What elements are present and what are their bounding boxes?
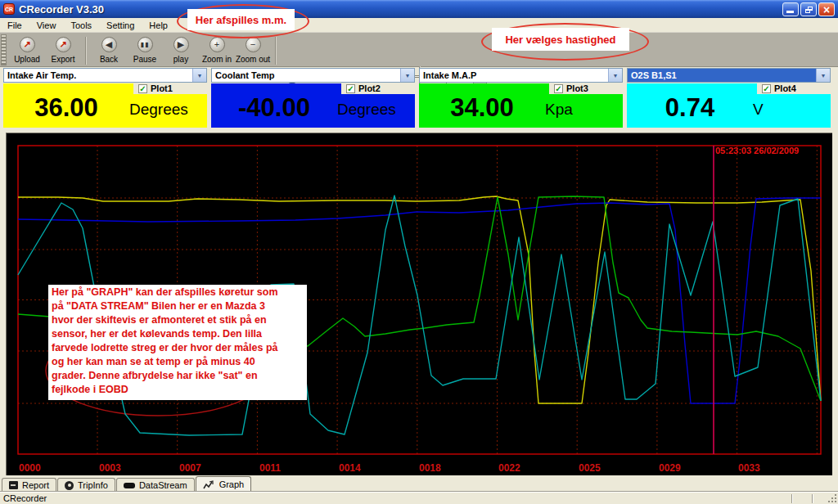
zoom-out-icon: − xyxy=(246,37,261,52)
app-window: CR CRecorder V3.30 × File View Tools Set… xyxy=(0,0,838,504)
plot-panel-2: Coolant Temp ▼ ✓ Plot2 -40.00 Degrees xyxy=(211,68,415,129)
close-button[interactable]: × xyxy=(818,2,835,16)
app-icon: CR xyxy=(3,3,15,15)
sensor-unit: Degrees xyxy=(337,92,415,119)
plot-panel-3: Intake M.A.P ▼ ✓ Plot3 34.00 Kpa xyxy=(419,68,623,129)
plot2-checkbox-chip: ✓ Plot2 xyxy=(341,83,415,94)
sensor-unit: V xyxy=(753,92,831,119)
back-button[interactable]: ◀ Back xyxy=(91,35,127,64)
report-icon xyxy=(9,481,18,489)
checkbox-label: Plot1 xyxy=(151,83,173,93)
tab-label: TripInfo xyxy=(78,480,108,490)
sensor-name: Coolant Temp xyxy=(212,69,400,82)
upload-icon: ↗ xyxy=(20,37,35,52)
tab-tripinfo[interactable]: TripInfo xyxy=(57,478,115,492)
toolbar-separator xyxy=(275,37,277,65)
graph-area: 0000000300070011001400180022002500290033… xyxy=(0,131,838,475)
chevron-down-icon[interactable]: ▼ xyxy=(400,69,414,82)
callout-playback-text: Her afspilles m.m. xyxy=(187,9,295,30)
sensor-value: 36.00 xyxy=(3,88,129,123)
checkbox-label: Plot3 xyxy=(566,83,588,93)
chevron-down-icon[interactable]: ▼ xyxy=(192,69,206,82)
sensor-value: -40.00 xyxy=(211,88,337,123)
chevron-down-icon[interactable]: ▼ xyxy=(816,69,830,82)
tab-graph[interactable]: Graph xyxy=(196,476,252,492)
play-icon: ▶ xyxy=(173,37,189,52)
plots-row: Intake Air Temp. ▼ ✓ Plot1 36.00 Degrees… xyxy=(0,68,838,129)
gear-icon xyxy=(65,481,74,490)
minimize-button[interactable] xyxy=(782,2,799,16)
restore-button[interactable] xyxy=(800,2,817,16)
zoom-in-icon: + xyxy=(210,37,225,52)
play-button[interactable]: ▶ play xyxy=(163,35,199,64)
sensor-select-3[interactable]: Intake M.A.P ▼ xyxy=(419,68,623,83)
tab-label: Graph xyxy=(219,479,245,489)
plot1-checkbox-chip: ✓ Plot1 xyxy=(133,83,207,94)
sensor-select-4[interactable]: O2S B1,S1 ▼ xyxy=(627,68,831,83)
checkbox-checked-icon[interactable]: ✓ xyxy=(346,84,355,93)
menu-file[interactable]: File xyxy=(0,19,29,32)
pause-button[interactable]: ▮▮ Pause xyxy=(127,35,163,64)
checkbox-label: Plot4 xyxy=(774,83,796,93)
upload-button[interactable]: ↗ Upload xyxy=(9,35,45,64)
plot3-checkbox-chip: ✓ Plot3 xyxy=(549,83,623,94)
back-icon: ◀ xyxy=(101,37,117,52)
plot4-checkbox-chip: ✓ Plot4 xyxy=(757,83,831,94)
tab-report[interactable]: Report xyxy=(2,478,56,492)
title-bar: CR CRecorder V3.30 × xyxy=(0,0,838,18)
sensor-unit: Degrees xyxy=(129,92,207,119)
sensor-name: O2S B1,S1 xyxy=(628,69,816,82)
tab-label: Report xyxy=(22,480,49,490)
checkbox-checked-icon[interactable]: ✓ xyxy=(138,84,147,93)
view-tabs: Report TripInfo DataStream Graph xyxy=(0,475,838,492)
status-separator xyxy=(812,494,813,503)
zoom-out-button[interactable]: − Zoom out xyxy=(235,35,271,64)
status-text: CRecorder xyxy=(3,493,47,503)
chevron-down-icon[interactable]: ▼ xyxy=(608,69,622,82)
window-title: CRecorder V3.30 xyxy=(19,3,104,16)
sensor-value: 0.74 xyxy=(627,88,753,123)
sensor-select-2[interactable]: Coolant Temp ▼ xyxy=(211,68,415,83)
toolbar-grip[interactable] xyxy=(1,34,7,65)
checkbox-checked-icon[interactable]: ✓ xyxy=(554,84,563,93)
value-panel: ✓ Plot3 34.00 Kpa xyxy=(419,83,623,128)
status-separator xyxy=(791,494,793,503)
menu-bar: File View Tools Setting Help xyxy=(0,18,838,32)
graph-panel: 0000000300070011001400180022002500290033… xyxy=(6,133,832,475)
value-panel: ✓ Plot1 36.00 Degrees xyxy=(3,83,207,128)
tab-label: DataStream xyxy=(139,480,187,490)
export-icon: ↗ xyxy=(56,37,71,52)
value-panel: ✓ Plot2 -40.00 Degrees xyxy=(211,83,415,128)
tab-datastream[interactable]: DataStream xyxy=(116,478,195,492)
sensor-name: Intake M.A.P xyxy=(420,69,608,82)
menu-help[interactable]: Help xyxy=(142,19,175,32)
sensor-unit: Kpa xyxy=(545,92,623,119)
sensor-value: 34.00 xyxy=(419,88,545,123)
toolbar-separator xyxy=(85,37,87,65)
plot-panel-1: Intake Air Temp. ▼ ✓ Plot1 36.00 Degrees xyxy=(3,68,207,129)
menu-view[interactable]: View xyxy=(29,19,64,32)
pause-icon: ▮▮ xyxy=(137,37,153,52)
status-bar: CRecorder xyxy=(0,492,838,504)
sensor-select-1[interactable]: Intake Air Temp. ▼ xyxy=(3,68,207,83)
chart-icon xyxy=(203,480,215,489)
graph-note: Her på "GRAPH" kan der afspilles køretur… xyxy=(48,285,307,400)
sensor-name: Intake Air Temp. xyxy=(4,69,192,82)
checkbox-label: Plot2 xyxy=(358,83,381,93)
plot-panel-4: O2S B1,S1 ▼ ✓ Plot4 0.74 V xyxy=(627,68,831,129)
resize-grip[interactable] xyxy=(827,493,837,503)
menu-tools[interactable]: Tools xyxy=(63,19,99,32)
zoom-in-button[interactable]: + Zoom in xyxy=(199,35,235,64)
minimize-icon xyxy=(786,11,794,13)
cursor-timestamp: 05:23:03 26/02/2009 xyxy=(715,146,799,155)
menu-setting[interactable]: Setting xyxy=(99,19,142,32)
datastream-icon xyxy=(124,483,135,488)
toolbar: ↗ Upload ↗ Export ◀ Back ▮▮ Pause ▶ play… xyxy=(0,32,838,67)
restore-icon xyxy=(805,7,813,13)
callout-speed-text: Her vælges hastighed xyxy=(492,28,629,51)
close-icon: × xyxy=(823,4,830,16)
value-panel: ✓ Plot4 0.74 V xyxy=(627,83,831,128)
checkbox-checked-icon[interactable]: ✓ xyxy=(762,84,771,93)
export-button[interactable]: ↗ Export xyxy=(45,35,81,64)
